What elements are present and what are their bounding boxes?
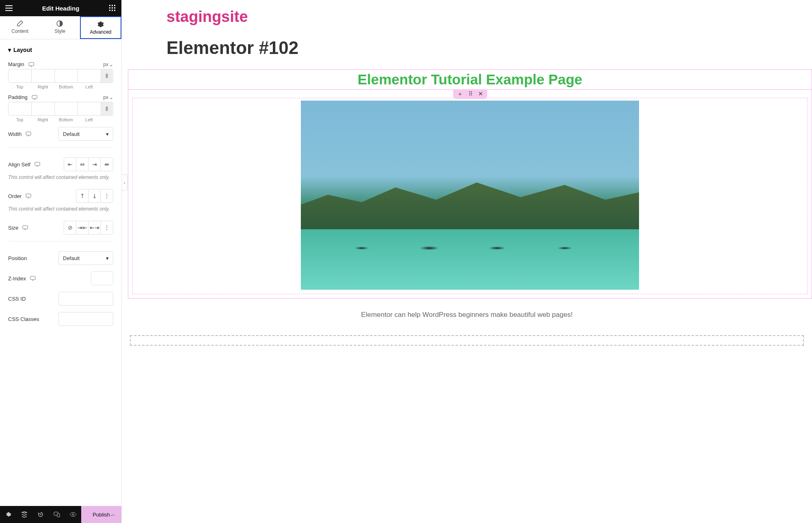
add-new-section-dropzone[interactable] [130, 335, 804, 346]
align-stretch-button[interactable]: ⇹ [101, 158, 113, 171]
responsive-desktop-icon[interactable] [22, 225, 28, 230]
align-end-button[interactable]: ⇥ [89, 158, 101, 171]
css-id-input[interactable] [59, 292, 121, 305]
control-css-id: CSS ID [8, 287, 113, 307]
panel-collapse-handle[interactable]: ‹ [122, 174, 127, 191]
caret-down-icon: ▾ [106, 255, 109, 261]
order-first-button[interactable]: ⤒ [76, 189, 89, 202]
order-last-button[interactable]: ⤓ [89, 189, 101, 202]
responsive-desktop-icon[interactable] [28, 62, 34, 67]
delete-section-icon[interactable]: ✕ [478, 90, 483, 98]
tab-content[interactable]: Content [0, 16, 40, 39]
svg-rect-5 [114, 7, 115, 9]
tab-style-label: Style [54, 28, 65, 34]
responsive-icon[interactable] [49, 506, 65, 523]
image-widget-wrapper[interactable] [132, 98, 808, 294]
size-shrink-button[interactable]: ⇤⇥ [89, 221, 101, 234]
width-select[interactable]: Default▾ [58, 127, 113, 141]
css-id-input-wrap [58, 292, 113, 306]
history-icon[interactable] [32, 506, 49, 523]
caret-down-icon: ▾ [106, 131, 109, 137]
margin-left-input[interactable] [78, 69, 101, 82]
margin-right-input[interactable] [32, 69, 55, 82]
svg-rect-3 [109, 7, 110, 9]
control-position: Position Default▾ [8, 246, 113, 267]
position-select[interactable]: Default▾ [58, 251, 113, 265]
control-margin: Margin px ⌄ [8, 56, 113, 69]
caption-text[interactable]: Elementor can help WordPress beginners m… [122, 299, 812, 327]
svg-point-21 [72, 514, 74, 515]
section-handles: ＋ ⠿ ✕ [453, 89, 487, 99]
separator [8, 147, 113, 148]
tab-style[interactable]: Style [40, 16, 80, 39]
chevron-up-icon: ︿ [110, 511, 116, 518]
padding-unit-select[interactable]: px ⌄ [103, 95, 113, 100]
align-start-button[interactable]: ⇤ [64, 158, 76, 171]
preview-icon[interactable] [65, 506, 81, 523]
add-section-icon[interactable]: ＋ [457, 90, 463, 98]
control-padding: Padding px ⌄ [8, 89, 113, 102]
control-width: Width Default▾ [8, 122, 113, 142]
svg-rect-14 [26, 194, 31, 197]
margin-link-toggle[interactable] [101, 69, 112, 82]
margin-bottom-input[interactable] [55, 69, 78, 82]
publish-button[interactable]: Publish ︿ [81, 506, 121, 523]
svg-rect-4 [112, 7, 113, 9]
responsive-desktop-icon[interactable] [26, 194, 31, 198]
order-more-button[interactable]: ⋮ [101, 189, 113, 202]
controls-panel: ▾ Layout Margin px ⌄ Top Right Bottom Le… [0, 39, 121, 506]
chevron-down-icon: ⌄ [109, 62, 113, 67]
padding-bottom-input[interactable] [55, 102, 78, 115]
size-more-button[interactable]: ⋮ [101, 221, 113, 234]
heading-element[interactable]: Elementor Tutorial Example Page [128, 70, 812, 89]
svg-rect-6 [109, 10, 110, 11]
svg-rect-1 [112, 5, 113, 6]
tab-content-label: Content [11, 28, 28, 34]
svg-rect-12 [26, 132, 31, 135]
settings-icon[interactable] [0, 506, 16, 523]
sidebar-header: Edit Heading [0, 0, 121, 16]
padding-label: Padding [8, 94, 28, 100]
control-align-self: Align Self ⇤ ⇔ ⇥ ⇹ [8, 153, 113, 173]
width-label: Width [8, 131, 22, 137]
tab-advanced[interactable]: Advanced [80, 16, 121, 39]
svg-rect-13 [35, 162, 40, 166]
heading-section[interactable]: Elementor Tutorial Example Page [128, 69, 812, 90]
zindex-label: Z-Index [8, 275, 26, 282]
zindex-input-wrap [91, 271, 113, 285]
zindex-input[interactable] [91, 272, 113, 285]
order-helper: This control will affect contained eleme… [8, 204, 113, 216]
svg-rect-8 [114, 10, 115, 11]
editor-canvas[interactable]: stagingsite Elementor #102 Elementor Tut… [122, 0, 812, 523]
css-classes-input-wrap [58, 312, 113, 326]
align-self-helper: This control will affect contained eleme… [8, 173, 113, 184]
size-grow-button[interactable]: ⇥⇤ [76, 221, 89, 234]
margin-top-input[interactable] [9, 69, 32, 82]
css-classes-input[interactable] [59, 312, 121, 325]
responsive-desktop-icon[interactable] [30, 276, 36, 281]
image-section[interactable]: ＋ ⠿ ✕ [128, 89, 812, 299]
navigator-icon[interactable] [16, 506, 32, 523]
size-label: Size [8, 225, 18, 231]
align-center-button[interactable]: ⇔ [76, 158, 89, 171]
apps-grid-icon[interactable] [108, 3, 117, 13]
hamburger-menu-icon[interactable] [4, 3, 14, 13]
site-title[interactable]: stagingsite [166, 8, 812, 26]
control-zindex: Z-Index [8, 267, 113, 287]
margin-unit-select[interactable]: px ⌄ [103, 62, 113, 67]
section-layout-toggle[interactable]: ▾ Layout [8, 39, 113, 56]
responsive-desktop-icon[interactable] [26, 131, 31, 136]
responsive-desktop-icon[interactable] [32, 95, 37, 100]
padding-top-input[interactable] [9, 102, 32, 115]
separator [8, 241, 113, 241]
image-element[interactable] [301, 101, 639, 290]
size-none-button[interactable]: ⊘ [64, 221, 76, 234]
svg-rect-20 [57, 514, 60, 517]
control-order: Order ⤒ ⤓ ⋮ [8, 184, 113, 204]
padding-link-toggle[interactable] [101, 102, 112, 115]
drag-section-icon[interactable]: ⠿ [469, 90, 473, 98]
padding-right-input[interactable] [32, 102, 55, 115]
chevron-down-icon: ⌄ [109, 95, 113, 100]
responsive-desktop-icon[interactable] [35, 162, 40, 167]
padding-left-input[interactable] [78, 102, 101, 115]
